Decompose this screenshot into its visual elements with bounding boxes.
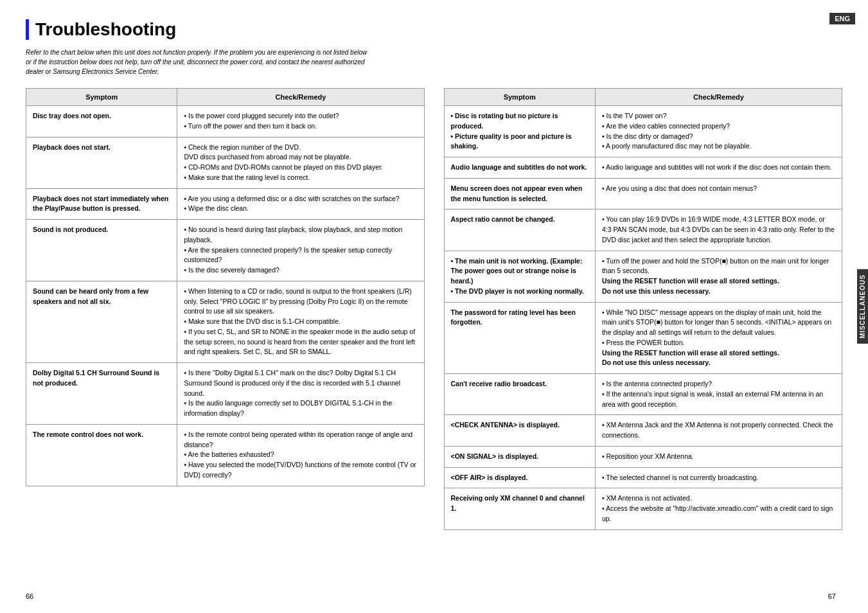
right-table-row: <ON SIGNAL> is displayed.• Reposition yo… (444, 446, 842, 467)
left-remedy-cell: • No sound is heard during fast playback… (177, 220, 424, 281)
left-table-row: The remote control does not work.• Is th… (26, 424, 425, 486)
left-remedy-cell: • Is the remote control being operated w… (177, 424, 424, 486)
left-table: Symptom Check/Remedy Disc tray does not … (26, 88, 425, 486)
right-table-row: Can't receive radio broadcast.• Is the a… (444, 374, 842, 415)
left-remedy-cell: • Is the power cord plugged securely int… (177, 106, 424, 138)
right-symptom-header: Symptom (444, 89, 595, 106)
right-symptom-cell: <OFF AIR> is displayed. (444, 467, 595, 488)
right-table-row: • The main unit is not working. (Example… (444, 251, 842, 302)
right-remedy-cell: • Reposition your XM Antenna. (595, 446, 842, 467)
right-remedy-cell: • You can play 16:9 DVDs in 16:9 WIDE mo… (595, 209, 842, 251)
left-symptom-cell: Sound is not produced. (26, 220, 177, 281)
left-symptom-cell: Sound can be heard only from a few speak… (26, 281, 177, 362)
right-remedy-cell: • While "NO DISC" message appears on the… (595, 302, 842, 374)
page-number-right: 67 (828, 592, 836, 600)
right-remedy-cell: • Turn off the power and hold the STOP(■… (595, 251, 842, 302)
eng-badge: ENG (829, 13, 855, 24)
left-symptom-cell: Playback does not start. (26, 137, 177, 188)
right-table: Symptom Check/Remedy • Disc is rotating … (444, 88, 843, 530)
left-remedy-cell: • Check the region number of the DVD. DV… (177, 137, 424, 188)
right-remedy-cell: • XM Antenna is not activated.• Access t… (595, 488, 842, 529)
right-table-row: Receiving only XM channel 0 and channel … (444, 488, 842, 529)
right-symptom-cell: Menu screen does not appear even when th… (444, 178, 595, 209)
left-table-row: Playback does not start.• Check the regi… (26, 137, 425, 188)
right-remedy-cell: • Is the antenna connected properly?• If… (595, 374, 842, 415)
right-symptom-cell: <CHECK ANTENNA> is displayed. (444, 415, 595, 447)
right-table-row: <OFF AIR> is displayed.• The selected ch… (444, 467, 842, 488)
right-symptom-cell: The password for rating level has been f… (444, 302, 595, 374)
right-remedy-cell: • Is the TV power on?• Are the video cab… (595, 106, 842, 157)
left-remedy-cell: • When listening to a CD or radio, sound… (177, 281, 424, 362)
right-remedy-cell: • XM Antenna Jack and the XM Antenna is … (595, 415, 842, 447)
right-symptom-cell: <ON SIGNAL> is displayed. (444, 446, 595, 467)
left-table-row: Sound can be heard only from a few speak… (26, 281, 425, 362)
page-title: Troubleshooting (26, 19, 842, 40)
right-table-row: Menu screen does not appear even when th… (444, 178, 842, 209)
intro-text: Refer to the chart below when this unit … (26, 48, 373, 76)
page-number-left: 66 (26, 592, 33, 600)
right-table-row: <CHECK ANTENNA> is displayed.• XM Antenn… (444, 415, 842, 447)
right-table-row: Aspect ratio cannot be changed.• You can… (444, 209, 842, 251)
left-table-row: Playback does not start immediately when… (26, 188, 425, 220)
left-table-row: Disc tray does not open.• Is the power c… (26, 106, 425, 138)
left-symptom-cell: Disc tray does not open. (26, 106, 177, 138)
right-section: Symptom Check/Remedy • Disc is rotating … (444, 88, 843, 530)
misc-badge: MISCELLANEOUS (857, 269, 868, 344)
right-symptom-cell: • Disc is rotating but no picture is pro… (444, 106, 595, 157)
left-symptom-cell: Playback does not start immediately when… (26, 188, 177, 220)
right-table-row: The password for rating level has been f… (444, 302, 842, 374)
right-table-row: • Disc is rotating but no picture is pro… (444, 106, 842, 157)
left-table-row: Sound is not produced.• No sound is hear… (26, 220, 425, 281)
left-symptom-cell: The remote control does not work. (26, 424, 177, 486)
left-remedy-header: Check/Remedy (177, 89, 424, 106)
left-remedy-cell: • Are you using a deformed disc or a dis… (177, 188, 424, 220)
right-symptom-cell: Can't receive radio broadcast. (444, 374, 595, 415)
right-remedy-cell: • Are you using a disc that does not con… (595, 178, 842, 209)
left-symptom-cell: Dolby Digital 5.1 CH Surround Sound is n… (26, 363, 177, 425)
left-table-row: Dolby Digital 5.1 CH Surround Sound is n… (26, 363, 425, 425)
right-symptom-cell: • The main unit is not working. (Example… (444, 251, 595, 302)
right-table-row: Audio language and subtitles do not work… (444, 157, 842, 179)
right-remedy-cell: • Audio language and subtitles will not … (595, 157, 842, 179)
left-section: Symptom Check/Remedy Disc tray does not … (26, 88, 425, 530)
right-symptom-cell: Receiving only XM channel 0 and channel … (444, 488, 595, 529)
right-remedy-header: Check/Remedy (595, 89, 842, 106)
right-symptom-cell: Audio language and subtitles do not work… (444, 157, 595, 179)
left-remedy-cell: • Is there "Dolby Digital 5.1 CH" mark o… (177, 363, 424, 425)
left-symptom-header: Symptom (26, 89, 177, 106)
right-remedy-cell: • The selected channel is not currently … (595, 467, 842, 488)
right-symptom-cell: Aspect ratio cannot be changed. (444, 209, 595, 251)
